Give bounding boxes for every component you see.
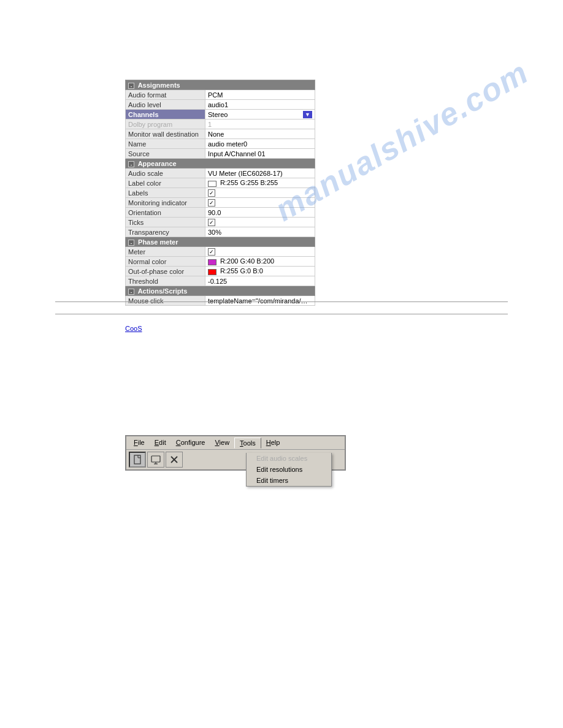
row-audio-format: Audio format PCM xyxy=(126,90,315,100)
menu-item-edit-timers[interactable]: Edit timers xyxy=(247,475,331,486)
row-channels: Channels Stereo ▼ xyxy=(126,110,315,119)
menu-item-edit-resolutions[interactable]: Edit resolutions xyxy=(247,464,331,475)
row-normal-color: Normal color R:200 G:40 B:200 xyxy=(126,257,315,267)
value-name: audio meter0 xyxy=(205,139,315,149)
label-out-of-phase-color: Out-of-phase color xyxy=(126,267,205,276)
row-orientation: Orientation 90.0 xyxy=(126,208,315,218)
value-dolby-program: 1 xyxy=(205,119,315,129)
close-icon xyxy=(169,455,179,464)
channels-dropdown-arrow[interactable]: ▼ xyxy=(303,111,312,118)
toggle-phase-meter[interactable]: - xyxy=(128,240,134,246)
properties-table: - Assignments Audio format PCM Audio lev… xyxy=(125,80,315,306)
label-labels: Labels xyxy=(126,188,205,198)
menu-tools[interactable]: Tools xyxy=(234,438,261,449)
row-labels: Labels xyxy=(126,188,315,198)
row-meter: Meter xyxy=(126,247,315,257)
label-audio-level: Audio level xyxy=(126,100,205,110)
label-source: Source xyxy=(126,149,205,159)
toolbar-monitor-button[interactable] xyxy=(147,452,164,468)
value-labels xyxy=(205,188,315,198)
menu-view[interactable]: View xyxy=(210,438,234,448)
divider-bottom xyxy=(55,314,508,314)
monitor-icon xyxy=(151,455,161,464)
section-actions-scripts: - Actions/Scripts xyxy=(126,286,315,296)
menu-edit[interactable]: Edit xyxy=(150,438,171,448)
checkbox-monitoring-indicator[interactable] xyxy=(208,199,215,207)
checkbox-ticks[interactable] xyxy=(208,219,215,226)
row-name: Name audio meter0 xyxy=(126,139,315,149)
label-monitor-wall: Monitor wall destination xyxy=(126,129,205,139)
value-threshold: -0.125 xyxy=(205,276,315,286)
tools-dropdown-menu: Edit audio scales Edit resolutions Edit … xyxy=(246,453,332,487)
label-dolby-program: Dolby program xyxy=(126,119,205,129)
label-mouse-click: Mouse click xyxy=(126,296,205,306)
row-out-of-phase-color: Out-of-phase color R:255 G:0 B:0 xyxy=(126,267,315,276)
row-mouse-click: Mouse click templateName="/com/miranda/m… xyxy=(126,296,315,306)
label-audio-scale: Audio scale xyxy=(126,169,205,178)
toggle-actions-scripts[interactable]: - xyxy=(128,289,134,295)
row-transparency: Transparency 30% xyxy=(126,227,315,237)
section-assignments: - Assignments xyxy=(126,80,315,90)
menu-help[interactable]: Help xyxy=(261,438,285,448)
label-meter: Meter xyxy=(126,247,205,257)
checkbox-labels[interactable] xyxy=(208,189,215,197)
value-meter xyxy=(205,247,315,257)
svg-rect-0 xyxy=(134,455,140,464)
section-appearance: - Appearance xyxy=(126,159,315,169)
row-ticks: Ticks xyxy=(126,218,315,227)
label-ticks: Ticks xyxy=(126,218,205,227)
menu-configure[interactable]: Configure xyxy=(171,438,210,448)
row-audio-level: Audio level audio1 xyxy=(126,100,315,110)
label-channels: Channels xyxy=(126,110,205,119)
value-audio-format: PCM xyxy=(205,90,315,100)
color-swatch-label xyxy=(208,181,216,187)
row-audio-scale: Audio scale VU Meter (IEC60268-17) xyxy=(126,169,315,178)
value-label-color: R:255 G:255 B:255 xyxy=(205,178,315,188)
label-name: Name xyxy=(126,139,205,149)
coos-link[interactable]: CooS xyxy=(125,325,142,332)
label-label-color: Label color xyxy=(126,178,205,188)
value-transparency: 30% xyxy=(205,227,315,237)
toggle-assignments[interactable]: - xyxy=(128,83,134,89)
row-source: Source Input A/Channel 01 xyxy=(126,149,315,159)
section-phase-meter: - Phase meter xyxy=(126,237,315,247)
value-ticks xyxy=(205,218,315,227)
color-swatch-out-of-phase xyxy=(208,269,216,275)
label-monitoring-indicator: Monitoring indicator xyxy=(126,198,205,208)
value-orientation: 90.0 xyxy=(205,208,315,218)
new-document-icon xyxy=(132,455,142,464)
row-label-color: Label color R:255 G:255 B:255 xyxy=(126,178,315,188)
color-swatch-normal xyxy=(208,259,216,265)
bottom-app-window: File Edit Configure View Tools Help xyxy=(125,435,346,471)
row-dolby-program: Dolby program 1 xyxy=(126,119,315,129)
label-audio-format: Audio format xyxy=(126,90,205,100)
toolbar: Edit audio scales Edit resolutions Edit … xyxy=(126,450,345,469)
value-normal-color: R:200 G:40 B:200 xyxy=(205,257,315,267)
label-transparency: Transparency xyxy=(126,227,205,237)
value-channels[interactable]: Stereo ▼ xyxy=(205,110,315,119)
menu-item-edit-audio-scales: Edit audio scales xyxy=(247,453,331,464)
row-monitoring-indicator: Monitoring indicator xyxy=(126,198,315,208)
menu-file[interactable]: File xyxy=(129,438,150,448)
app-window: File Edit Configure View Tools Help xyxy=(125,435,346,471)
value-mouse-click: templateName="/com/miranda/mc... xyxy=(205,296,315,306)
value-audio-scale: VU Meter (IEC60268-17) xyxy=(205,169,315,178)
toolbar-new-button[interactable] xyxy=(129,452,146,468)
menu-bar: File Edit Configure View Tools Help xyxy=(126,436,345,450)
toolbar-close-button[interactable] xyxy=(166,452,183,468)
value-out-of-phase-color: R:255 G:0 B:0 xyxy=(205,267,315,276)
toggle-appearance[interactable]: - xyxy=(128,161,134,167)
properties-panel: - Assignments Audio format PCM Audio lev… xyxy=(125,80,315,306)
value-source: Input A/Channel 01 xyxy=(205,149,315,159)
checkbox-meter[interactable] xyxy=(208,248,215,256)
value-monitoring-indicator xyxy=(205,198,315,208)
value-audio-level: audio1 xyxy=(205,100,315,110)
svg-rect-1 xyxy=(151,456,160,462)
divider-top xyxy=(55,301,508,302)
label-threshold: Threshold xyxy=(126,276,205,286)
value-monitor-wall: None xyxy=(205,129,315,139)
row-threshold: Threshold -0.125 xyxy=(126,276,315,286)
label-orientation: Orientation xyxy=(126,208,205,218)
label-normal-color: Normal color xyxy=(126,257,205,267)
row-monitor-wall: Monitor wall destination None xyxy=(126,129,315,139)
